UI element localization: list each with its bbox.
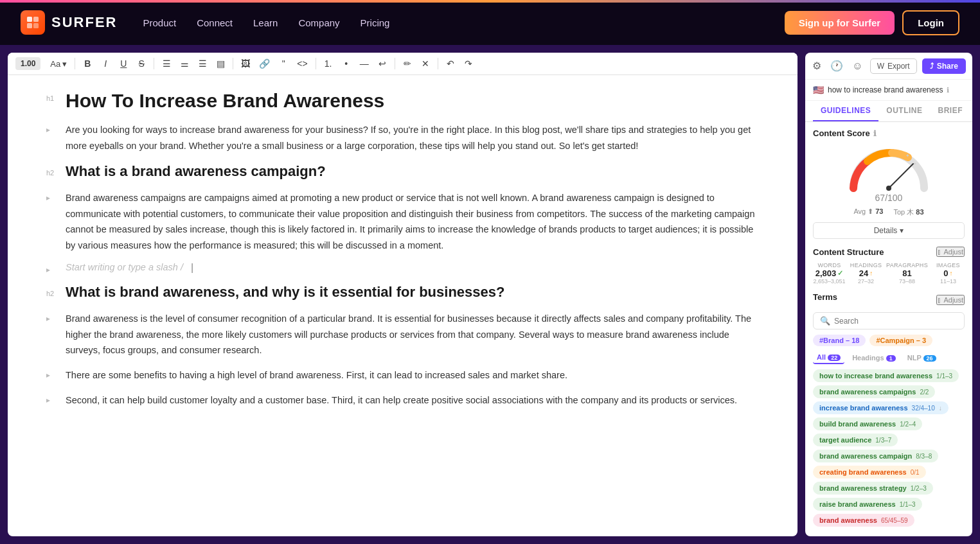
para-4[interactable]: Second, it can help build customer loyal… <box>66 392 737 408</box>
terms-adjust-label: Adjust <box>943 296 963 304</box>
h1-title[interactable]: How To Increase Brand Awareness <box>66 88 384 113</box>
tab-outline[interactable]: OUTLINE <box>878 101 930 121</box>
editor-content[interactable]: h1 How To Increase Brand Awareness ▸ Are… <box>8 75 797 536</box>
top-stat: Top 木 83 <box>894 207 924 217</box>
words-check-icon: ✓ <box>837 269 843 277</box>
term-tag-8[interactable]: raise brand awareness 1/1–3 <box>813 498 922 511</box>
term-tag-4[interactable]: target audience 1/3–7 <box>813 434 898 446</box>
smiley-icon-button[interactable]: ☺ <box>850 58 864 74</box>
clear-button[interactable]: ✕ <box>418 57 433 71</box>
image-button[interactable]: 🖼 <box>238 57 253 71</box>
quote-button[interactable]: " <box>276 57 291 71</box>
term-tab-all[interactable]: All 22 <box>813 351 844 364</box>
h2-1-title[interactable]: What is a brand awareness campaign? <box>66 162 326 181</box>
placeholder-text[interactable]: Start writing or type a slash / <box>66 262 183 272</box>
editor-toolbar: 1.00 Aa ▾ B I U S ☰ ⚌ ☰ ▤ 🖼 🔗 " <> 1. • … <box>8 53 797 75</box>
undo-redo-button[interactable]: ↩ <box>375 57 390 71</box>
gauge-container: ✦ ✦ 67/100 Avg ⬆ 73 Top 木 83 <box>813 143 965 217</box>
logo-link[interactable]: SURFER <box>21 10 117 35</box>
italic-button[interactable]: I <box>98 57 113 71</box>
share-label: Share <box>937 62 958 71</box>
login-button[interactable]: Login <box>902 10 959 35</box>
undo-button[interactable]: ↶ <box>443 57 458 71</box>
signup-button[interactable]: Sign up for Surfer <box>785 11 895 35</box>
words-stat: WORDS 2,803 ✓ 2,653–3,051 <box>813 262 846 285</box>
term-tab-headings[interactable]: Headings 1 <box>848 352 900 364</box>
term-tag-5[interactable]: brand awareness campaign 8/3–8 <box>813 450 938 462</box>
para-3[interactable]: There are some benefits to having a high… <box>66 367 567 383</box>
align-center-button[interactable]: ⚌ <box>177 57 192 71</box>
unordered-list-button[interactable]: • <box>339 57 354 71</box>
term-tab-nlp[interactable]: NLP 26 <box>904 352 940 364</box>
nav-company[interactable]: Company <box>298 17 339 28</box>
svg-rect-3 <box>33 23 39 28</box>
placeholder-block: ▸ Start writing or type a slash / | <box>46 262 759 274</box>
hashtag-campaign[interactable]: #Campaign – 3 <box>869 335 932 346</box>
term-tag-9[interactable]: brand awareness 65/45–59 <box>813 514 914 527</box>
code-button[interactable]: <> <box>294 57 310 71</box>
terms-search-input[interactable] <box>834 317 958 326</box>
content-score-label: Content Score <box>813 128 870 138</box>
svg-text:✦: ✦ <box>905 153 910 159</box>
ordered-list-button[interactable]: 1. <box>321 57 336 71</box>
align-justify-button[interactable]: ▤ <box>213 57 228 71</box>
settings-icon-button[interactable]: ⚙ <box>810 58 823 74</box>
hashtag-filters: #Brand – 18 #Campaign – 3 <box>813 335 965 346</box>
panel-body: Content Score ℹ ✦ <box>805 122 972 536</box>
hashtag-brand[interactable]: #Brand – 18 <box>813 335 866 346</box>
font-size-dropdown[interactable]: Aa ▾ <box>47 57 70 71</box>
paragraphs-stat: PARAGRAPHS 81 73–88 <box>886 262 928 285</box>
strikethrough-button[interactable]: S <box>134 57 149 71</box>
intro-para[interactable]: Are you looking for ways to increase bra… <box>66 122 759 154</box>
bold-button[interactable]: B <box>80 57 95 71</box>
headings-stat: HEADINGS 24 ↑ 27–32 <box>850 262 882 285</box>
redo-button[interactable]: ↷ <box>461 57 476 71</box>
score-divider: /100 <box>885 193 902 203</box>
term-tag-6[interactable]: creating brand awareness 0/1 <box>813 466 926 478</box>
highlight-button[interactable]: ✏ <box>400 57 415 71</box>
term-tag-3[interactable]: build brand awareness 1/2–4 <box>813 417 922 430</box>
h2-2-title[interactable]: What is brand awareness, and why is it e… <box>66 283 504 302</box>
clock-icon-button[interactable]: 🕐 <box>828 58 845 74</box>
main-area: 1.00 Aa ▾ B I U S ☰ ⚌ ☰ ▤ 🖼 🔗 " <> 1. • … <box>0 45 980 544</box>
toolbar-score: 1.00 <box>15 57 40 70</box>
share-button[interactable]: ⤴ Share <box>922 58 966 74</box>
terms-search-box[interactable]: 🔍 <box>813 312 965 329</box>
para-1-block: ▸ Brand awareness campaigns are campaign… <box>46 190 759 254</box>
svg-line-4 <box>889 164 913 188</box>
wordpress-icon: W <box>877 62 884 71</box>
structure-adjust-button[interactable]: ⫿ Adjust <box>936 247 965 257</box>
h2-1-marker: h2 <box>46 169 58 177</box>
para-1[interactable]: Brand awareness campaigns are campaigns … <box>66 190 759 254</box>
tab-brief[interactable]: BRIEF <box>931 101 971 121</box>
nav-product[interactable]: Product <box>143 17 176 28</box>
underline-button[interactable]: U <box>116 57 131 71</box>
term-tag-0[interactable]: how to increase brand awareness 1/1–3 <box>813 369 959 382</box>
toolbar-divider-2 <box>154 58 154 69</box>
headings-badge: 1 <box>886 355 896 362</box>
align-right-button[interactable]: ☰ <box>195 57 210 71</box>
toolbar-divider-5 <box>395 58 395 69</box>
terms-title: Terms <box>813 292 936 302</box>
nav-pricing[interactable]: Pricing <box>361 17 390 28</box>
term-tags-list: how to increase brand awareness 1/1–3 br… <box>813 369 965 527</box>
terms-adjust-button[interactable]: ⫿ Adjust <box>936 295 965 305</box>
para-2-block: ▸ Brand awareness is the level of consum… <box>46 311 759 358</box>
term-tag-1[interactable]: brand awareness campaigns 2/2 <box>813 385 935 398</box>
toolbar-divider-4 <box>316 58 316 69</box>
export-button[interactable]: W Export <box>870 58 917 74</box>
horizontal-rule-button[interactable]: — <box>357 57 372 71</box>
keyword-text: how to increase brand awareness <box>828 85 943 94</box>
link-button[interactable]: 🔗 <box>256 57 273 71</box>
term-tag-2[interactable]: increase brand awareness 32/4–10 ↓ <box>813 401 949 414</box>
all-badge: 22 <box>828 355 841 361</box>
term-tag-7[interactable]: brand awareness strategy 1/2–3 <box>813 482 933 495</box>
nav-learn[interactable]: Learn <box>253 17 278 28</box>
align-left-button[interactable]: ☰ <box>159 57 174 71</box>
cursor-indicator: | <box>191 262 193 274</box>
nav-connect[interactable]: Connect <box>197 17 233 28</box>
tab-guidelines[interactable]: GUIDELINES <box>813 101 878 121</box>
svg-rect-0 <box>27 17 32 22</box>
details-button[interactable]: Details ▾ <box>813 222 965 239</box>
para-2[interactable]: Brand awareness is the level of consumer… <box>66 311 759 358</box>
